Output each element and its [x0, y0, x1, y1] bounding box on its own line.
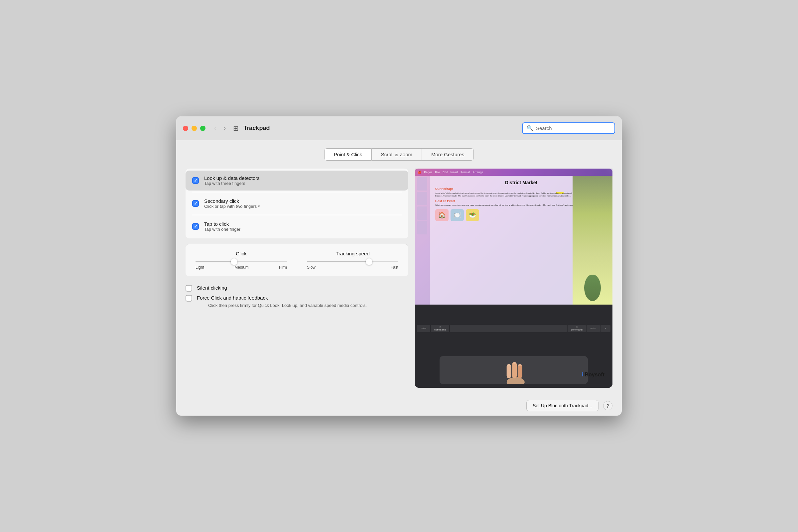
silent-clicking-option[interactable]: Silent clicking: [186, 285, 408, 291]
tap-to-click-checkbox[interactable]: [192, 223, 199, 230]
svg-point-5: [513, 362, 516, 364]
svg-rect-2: [512, 362, 517, 378]
trackpad-surface: [440, 356, 588, 384]
hand-svg: [440, 356, 588, 384]
tap-to-click-option[interactable]: Tap to click Tap with one finger: [186, 216, 408, 236]
tracking-min-label: Slow: [307, 265, 316, 270]
lookup-subtitle: Tap with three fingers: [204, 181, 260, 186]
main-window: ‹ › ⊞ Trackpad 🔍 Point & Click Scroll & …: [176, 116, 622, 416]
tab-point-click[interactable]: Point & Click: [324, 148, 372, 160]
force-click-desc: Click then press firmly for Quick Look, …: [208, 302, 367, 309]
menubar-apple: 🍎: [418, 171, 421, 174]
click-slider-labels: Light Medium Firm: [195, 265, 287, 270]
help-button[interactable]: ?: [603, 401, 612, 410]
tap-to-click-subtitle: Tap with one finger: [204, 227, 241, 232]
tap-to-click-title: Tap to click: [204, 221, 241, 227]
secondary-click-option[interactable]: Secondary click Click or tap with two fi…: [186, 193, 408, 213]
titlebar: ‹ › ⊞ Trackpad 🔍: [176, 116, 622, 140]
divider-1: [192, 192, 402, 192]
tracking-slider-thumb[interactable]: [366, 258, 373, 265]
sidebar-thumb-3: [417, 207, 427, 220]
keyboard-row: option ⌘ command ⌘ command: [417, 325, 610, 332]
search-icon: 🔍: [527, 125, 533, 131]
tab-scroll-zoom[interactable]: Scroll & Zoom: [372, 148, 422, 160]
click-slider-track[interactable]: [195, 261, 287, 262]
close-button[interactable]: [183, 126, 188, 131]
search-box[interactable]: 🔍: [522, 122, 615, 134]
svg-rect-3: [518, 364, 522, 378]
card-plate: 🍽️: [451, 209, 464, 221]
force-click-label: Force Click and haptic feedback: [197, 295, 268, 301]
grid-icon[interactable]: ⊞: [233, 125, 239, 132]
svg-point-0: [507, 377, 525, 384]
force-click-option[interactable]: Force Click and haptic feedback Click th…: [186, 295, 408, 309]
tab-bar: Point & Click Scroll & Zoom More Gesture…: [186, 148, 612, 160]
content-area: Point & Click Scroll & Zoom More Gesture…: [176, 140, 622, 396]
back-button[interactable]: ‹: [212, 123, 218, 133]
search-input[interactable]: [536, 125, 610, 131]
mac-content-area: District Market Our Heritage Janet Milte…: [415, 176, 612, 305]
preview-image: 🍎 Pages File Edit Insert Format Arrange: [415, 169, 612, 388]
card-bowl: 🥗: [466, 209, 479, 221]
mac-screen: 🍎 Pages File Edit Insert Format Arrange: [415, 169, 612, 305]
key-option-left: option: [417, 325, 430, 332]
tracking-max-label: Fast: [391, 265, 398, 270]
key-option-right: option: [587, 325, 600, 332]
mac-menubar: 🍎 Pages File Edit Insert Format Arrange: [415, 169, 612, 176]
menubar-pages: Pages: [424, 171, 433, 174]
menubar-insert: Insert: [451, 171, 458, 174]
traffic-lights: [183, 126, 206, 131]
menubar-format: Format: [460, 171, 470, 174]
card-home: 🏠: [435, 209, 449, 221]
menubar-edit: Edit: [442, 171, 448, 174]
key-arrow: ‹: [601, 325, 610, 332]
secondary-click-title: Secondary click: [204, 198, 260, 204]
svg-rect-1: [507, 364, 511, 378]
click-slider-group: Click Light Medium Firm: [195, 251, 287, 270]
bottom-bar: Set Up Bluetooth Trackpad... ?: [176, 396, 622, 416]
lookup-option[interactable]: Look up & data detectors Tap with three …: [186, 171, 408, 191]
secondary-click-subtitle: Click or tap with two fingers ▾: [204, 204, 260, 209]
left-panel: Look up & data detectors Tap with three …: [186, 169, 408, 388]
menubar-arrange: Arrange: [473, 171, 483, 174]
trackpad-area: [415, 353, 612, 388]
watermark: iiBoysoft: [582, 372, 605, 378]
sidebar-thumb-1: [417, 177, 427, 191]
click-slider-thumb[interactable]: [231, 258, 238, 265]
click-min-label: Light: [195, 265, 204, 270]
click-mid-label: Medium: [234, 265, 249, 270]
force-click-checkbox[interactable]: [186, 295, 192, 302]
sliders-section: Click Light Medium Firm: [186, 244, 408, 276]
mac-main-content: District Market Our Heritage Janet Milte…: [430, 176, 612, 305]
secondary-click-checkbox[interactable]: [192, 200, 199, 207]
divider-2: [192, 215, 402, 215]
force-click-text-group: Force Click and haptic feedback Click th…: [197, 295, 367, 309]
key-command-right: ⌘ command: [568, 325, 586, 332]
tracking-slider-label: Tracking speed: [336, 251, 370, 256]
forward-button[interactable]: ›: [222, 123, 228, 133]
tap-to-click-text: Tap to click Tap with one finger: [204, 221, 241, 232]
lookup-text: Look up & data detectors Tap with three …: [204, 175, 260, 186]
click-slider-container: Light Medium Firm: [195, 261, 287, 270]
tracking-slider-labels: Slow Fast: [307, 265, 398, 270]
silent-clicking-label: Silent clicking: [197, 285, 227, 291]
main-panel: Look up & data detectors Tap with three …: [186, 169, 612, 388]
tracking-slider-track[interactable]: [307, 261, 398, 262]
veggie-shape: [583, 274, 603, 301]
options-card: Look up & data detectors Tap with three …: [186, 169, 408, 239]
window-title: Trackpad: [243, 125, 522, 132]
bluetooth-button[interactable]: Set Up Bluetooth Trackpad...: [526, 400, 598, 411]
silent-clicking-checkbox[interactable]: [186, 285, 192, 291]
lookup-title: Look up & data detectors: [204, 175, 260, 181]
key-space: [450, 325, 567, 332]
zoom-button[interactable]: [200, 126, 206, 131]
menubar-file: File: [435, 171, 440, 174]
tracking-slider-group: Tracking speed Slow Fast: [307, 251, 398, 270]
tab-more-gestures[interactable]: More Gestures: [422, 148, 474, 160]
nav-buttons: ‹ ›: [212, 123, 228, 133]
fruit-image: [573, 176, 612, 305]
minimize-button[interactable]: [191, 126, 197, 131]
chevron-down-icon: ▾: [258, 204, 260, 208]
click-max-label: Firm: [279, 265, 287, 270]
lookup-checkbox[interactable]: [192, 177, 199, 184]
